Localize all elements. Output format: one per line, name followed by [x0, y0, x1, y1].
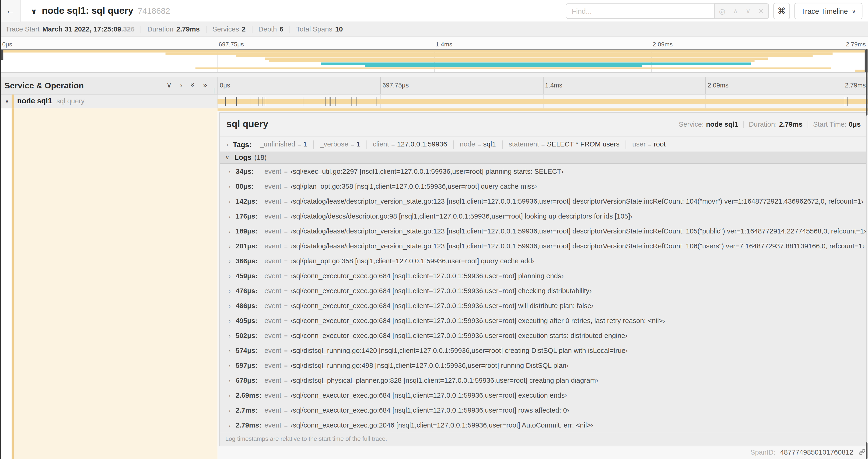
minimap-span-bar — [365, 65, 642, 67]
log-timestamp: 574μs: — [236, 346, 265, 354]
tags-row[interactable]: › Tags: _unfinished = 1 _verbose — [220, 137, 866, 152]
logs-section-header[interactable]: ∨ Logs (18) — [220, 152, 866, 164]
log-field-value: ‹sql/conn_executor_exec.go:2046 [nsql1,c… — [290, 421, 593, 429]
log-marker-tick — [352, 97, 352, 106]
log-field-key: event — [265, 421, 281, 429]
log-timestamp: 476μs: — [236, 287, 265, 294]
log-entry-row[interactable]: › 2.7ms: event = ‹sql/conn_executor_exec… — [220, 402, 866, 418]
log-entry-row[interactable]: › 495μs: event = ‹sql/conn_executor_exec… — [220, 313, 866, 328]
minimap-span-bar — [321, 62, 750, 64]
timeline-minimap[interactable] — [0, 49, 868, 72]
log-entry-row[interactable]: › 486μs: event = ‹sql/conn_executor_exec… — [220, 298, 866, 313]
next-result-icon[interactable]: ∨ — [746, 8, 751, 14]
tag-key: _unfinished — [260, 140, 296, 148]
span-row-timeline-cell[interactable] — [217, 94, 868, 108]
log-entry-row[interactable]: › 176μs: event = ‹sql/catalog/descs/desc… — [220, 208, 866, 223]
log-field-key: event — [265, 362, 281, 369]
log-equals: = — [284, 228, 288, 234]
jaeger-trace-view: ← ∨ node sql1: sql query 7418682 ◎ ∧ ∨ ✕… — [0, 0, 868, 459]
service-operation-title: Service & Operation — [4, 81, 84, 90]
ruler-gridline — [543, 77, 543, 94]
log-timestamp: 678μs: — [236, 376, 265, 384]
trace-start-fraction: .326 — [121, 25, 135, 33]
collapse-all-icon[interactable]: » — [189, 83, 196, 87]
depth-label: Depth — [258, 25, 277, 33]
log-entry-row[interactable]: › 80μs: event = ‹sql/plan_opt.go:358 [ns… — [220, 179, 866, 194]
log-field-value: ‹sql/exec_util.go:2297 [nsql1,client=127… — [290, 167, 563, 175]
log-entry-row[interactable]: › 574μs: event = ‹sql/distsql_running.go… — [220, 343, 866, 358]
expand-all-icon[interactable]: » — [203, 81, 207, 89]
vertical-scrollbar-thumb[interactable] — [866, 49, 868, 116]
span-title: sql query — [226, 119, 268, 130]
trace-title-wrap[interactable]: ∨ node sql1: sql query 7418682 — [31, 5, 170, 16]
tag-value: sql1 — [483, 140, 496, 148]
span-id-label: SpanID: — [750, 449, 775, 456]
top-bar: ← ∨ node sql1: sql query 7418682 ◎ ∧ ∨ ✕… — [0, 0, 868, 22]
view-selector-button[interactable]: Trace Timeline ∨ — [794, 3, 862, 19]
deep-link-icon[interactable] — [859, 449, 866, 457]
services-value: 2 — [242, 25, 245, 33]
log-timestamp: 502μs: — [236, 331, 265, 339]
chevron-right-icon: › — [229, 242, 231, 249]
log-entry-row[interactable]: › 201μs: event = ‹sql/catalog/lease/desc… — [220, 238, 866, 253]
minimap-span-bar — [236, 55, 813, 57]
log-field-value: ‹sql/conn_executor_exec.go:684 [nsql1,cl… — [290, 272, 564, 280]
tag-equals: = — [391, 141, 395, 147]
tag-equals: = — [477, 141, 481, 147]
span-collapse-chevron-icon[interactable]: ∨ — [5, 98, 9, 104]
log-entry-row[interactable]: › 189μs: event = ‹sql/catalog/lease/desc… — [220, 223, 866, 238]
span-duration-bar[interactable] — [217, 99, 868, 104]
log-field-key: event — [265, 331, 281, 339]
ruler-gridline — [705, 77, 706, 94]
back-button[interactable]: ← — [0, 0, 21, 22]
minimap-tick-2: 1.4ms — [436, 41, 452, 47]
minimap-tick-3: 2.09ms — [653, 41, 673, 47]
chevron-right-icon: › — [229, 302, 231, 309]
log-equals: = — [284, 422, 288, 428]
command-icon: ⌘ — [777, 6, 786, 16]
chevron-right-icon: › — [229, 213, 231, 219]
chevron-right-icon: › — [229, 377, 231, 384]
duration-label: Duration — [147, 25, 174, 33]
minimap-spacer — [0, 72, 868, 77]
prev-result-icon[interactable]: ∧ — [733, 8, 738, 14]
log-timestamp: 366μs: — [236, 257, 265, 264]
tag-key: client — [373, 140, 389, 148]
log-equals: = — [284, 258, 288, 264]
log-field-key: event — [265, 242, 281, 250]
collapse-one-icon[interactable]: ∨ — [166, 81, 172, 89]
divider — [808, 121, 808, 128]
service-value: node sql1 — [706, 121, 738, 128]
log-entry-row[interactable]: › 678μs: event = ‹sql/distsql_physical_p… — [220, 373, 866, 388]
collapse-title-chevron-icon[interactable]: ∨ — [31, 7, 37, 15]
log-entry-row[interactable]: › 459μs: event = ‹sql/conn_executor_exec… — [220, 268, 866, 283]
chevron-right-icon: › — [229, 228, 231, 234]
log-entry-row[interactable]: › 366μs: event = ‹sql/plan_opt.go:358 [n… — [220, 253, 866, 268]
vertical-scrollbar-thumb-lower[interactable] — [866, 442, 868, 459]
chevron-right-icon: › — [229, 392, 231, 398]
ruler-tick-0: 0μs — [220, 82, 230, 88]
span-detail-panel: sql query Service: node sql1 Duration: 2… — [217, 108, 868, 459]
log-field-value: ‹sql/catalog/descs/descriptor.go:98 [nsq… — [290, 212, 632, 220]
log-entry-row[interactable]: › 142μs: event = ‹sql/catalog/lease/desc… — [220, 194, 866, 208]
log-entry-row[interactable]: › 2.79ms: event = ‹sql/conn_executor_exe… — [220, 418, 866, 432]
minimap-span-bar — [856, 70, 866, 72]
total-spans-label: Total Spans — [296, 25, 332, 33]
tag-value: SELECT * FROM users — [547, 140, 620, 148]
log-entry-row[interactable]: › 2.69ms: event = ‹sql/conn_executor_exe… — [220, 388, 866, 402]
log-entry-row[interactable]: › 34μs: event = ‹sql/exec_util.go:2297 [… — [220, 164, 866, 179]
span-row: ∨ node sql1sql query — [0, 94, 868, 108]
expand-one-icon[interactable]: › — [180, 81, 182, 89]
collapse-controls: ∨ › » » — [166, 81, 207, 89]
log-entry-row[interactable]: › 476μs: event = ‹sql/conn_executor_exec… — [220, 283, 866, 298]
find-input[interactable] — [566, 3, 714, 19]
locate-icon[interactable]: ◎ — [719, 7, 725, 15]
tag-item: _verbose = 1 — [314, 140, 367, 149]
log-entry-row[interactable]: › 502μs: event = ‹sql/conn_executor_exec… — [220, 328, 866, 343]
service-color-accent — [12, 108, 14, 459]
clear-search-icon[interactable]: ✕ — [758, 8, 764, 14]
column-resizer-grip[interactable]: ∥ — [213, 88, 216, 94]
keyboard-shortcuts-button[interactable]: ⌘ — [773, 3, 790, 19]
span-row-name-cell[interactable]: ∨ node sql1sql query — [0, 94, 217, 108]
log-entry-row[interactable]: › 597μs: event = ‹sql/distsql_running.go… — [220, 358, 866, 373]
